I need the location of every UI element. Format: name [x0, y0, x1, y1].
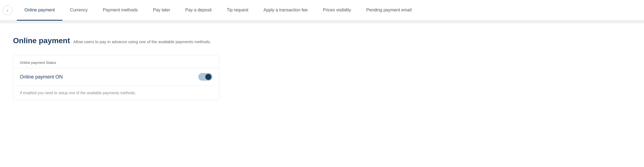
nav-tabs: Online paymentCurrencyPayment methodsPay…: [17, 0, 419, 20]
nav-tab-tip-request[interactable]: Tip request: [219, 0, 256, 21]
nav-tab-prices-visibility[interactable]: Prices visibility: [315, 0, 359, 21]
back-button[interactable]: ‹: [3, 5, 12, 15]
back-icon: ‹: [7, 8, 8, 12]
nav-tab-pay-later[interactable]: Pay later: [145, 0, 178, 21]
card-header: Online payment Status: [13, 55, 219, 68]
section-subtitle: Allow users to pay in advance using one …: [73, 39, 211, 44]
nav-bar: ‹ Online paymentCurrencyPayment methodsP…: [0, 0, 644, 21]
main-content: Online payment Allow users to pay in adv…: [0, 23, 644, 113]
nav-tab-online-payment[interactable]: Online payment: [17, 0, 62, 21]
card-toggle-row: Online payment ON: [13, 68, 219, 86]
toggle-slider: [198, 73, 212, 81]
online-payment-toggle[interactable]: [198, 73, 212, 81]
toggle-label: Online payment ON: [20, 74, 63, 80]
gray-divider: [0, 21, 644, 23]
card-footer: If enabled you need to setup one of the …: [13, 86, 219, 100]
nav-tab-apply-transaction-fee[interactable]: Apply a transaction fee: [256, 0, 315, 21]
section-title: Online payment: [13, 36, 70, 45]
nav-tab-pending-payment-email[interactable]: Pending payment email: [359, 0, 419, 21]
nav-tab-currency[interactable]: Currency: [62, 0, 95, 21]
section-title-row: Online payment Allow users to pay in adv…: [13, 36, 631, 45]
online-payment-card: Online payment Status Online payment ON …: [13, 55, 219, 100]
nav-tab-payment-methods[interactable]: Payment methods: [95, 0, 145, 21]
nav-tab-pay-deposit[interactable]: Pay a deposit: [178, 0, 219, 21]
